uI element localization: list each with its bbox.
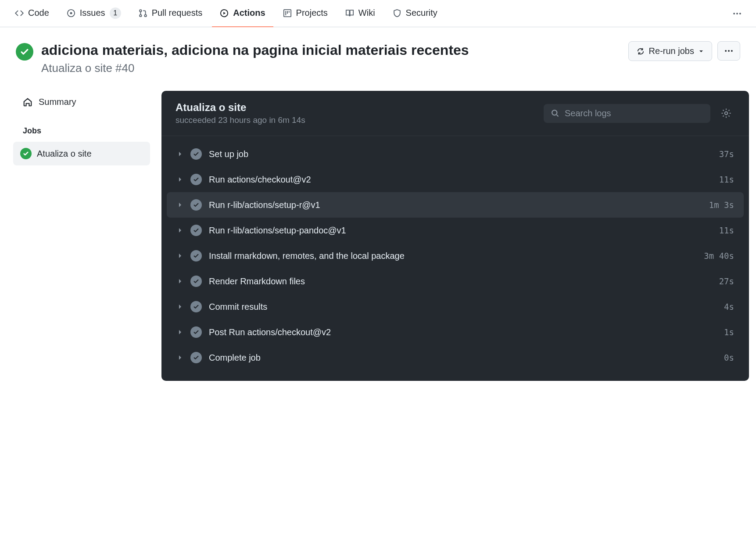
step-row[interactable]: Commit results4s bbox=[167, 294, 744, 319]
step-name: Render Rmarkdown files bbox=[209, 276, 712, 287]
chevron-right-icon bbox=[176, 227, 183, 234]
step-name: Set up job bbox=[209, 149, 712, 159]
step-duration: 1m 3s bbox=[709, 200, 734, 210]
sidebar-job-item[interactable]: Atualiza o site bbox=[13, 142, 150, 165]
svg-point-14 bbox=[725, 112, 728, 115]
step-duration: 37s bbox=[719, 149, 734, 159]
svg-point-9 bbox=[739, 13, 741, 14]
step-duration: 11s bbox=[719, 226, 734, 235]
step-name: Run r-lib/actions/setup-r@v1 bbox=[209, 200, 702, 210]
chevron-right-icon bbox=[176, 176, 183, 183]
step-duration: 3m 40s bbox=[704, 251, 734, 261]
code-icon bbox=[15, 9, 24, 18]
run-kebab-button[interactable] bbox=[717, 41, 740, 61]
step-duration: 0s bbox=[724, 353, 734, 362]
sync-icon bbox=[637, 47, 645, 55]
workflow-name-link[interactable]: Atualiza o site bbox=[41, 61, 112, 75]
pull-request-icon bbox=[139, 9, 147, 18]
sidebar-summary-label: Summary bbox=[39, 97, 76, 107]
check-icon bbox=[190, 174, 202, 185]
run-subtitle: Atualiza o site #40 bbox=[41, 61, 620, 75]
tab-issues[interactable]: Issues 1 bbox=[59, 0, 129, 27]
check-icon bbox=[190, 148, 202, 160]
tab-label: Wiki bbox=[358, 8, 375, 18]
job-panel-header: Atualiza o site succeeded 23 hours ago i… bbox=[161, 91, 749, 136]
step-duration: 27s bbox=[719, 276, 734, 286]
chevron-right-icon bbox=[176, 278, 183, 285]
step-row[interactable]: Set up job37s bbox=[167, 141, 744, 167]
tab-wiki[interactable]: Wiki bbox=[337, 0, 383, 27]
run-sidebar: Summary Jobs Atualiza o site bbox=[7, 91, 147, 381]
svg-point-11 bbox=[728, 50, 730, 52]
check-icon bbox=[190, 326, 202, 338]
step-name: Commit results bbox=[209, 302, 717, 312]
search-icon bbox=[551, 109, 559, 118]
check-icon bbox=[190, 199, 202, 211]
shield-icon bbox=[393, 9, 401, 18]
rerun-label: Re-run jobs bbox=[649, 46, 694, 56]
rerun-jobs-button[interactable]: Re-run jobs bbox=[628, 41, 712, 61]
check-icon bbox=[190, 225, 202, 236]
play-icon bbox=[220, 9, 229, 18]
tab-label: Issues bbox=[80, 8, 105, 18]
step-duration: 11s bbox=[719, 175, 734, 184]
job-title: Atualiza o site bbox=[176, 101, 537, 114]
svg-point-13 bbox=[552, 110, 557, 115]
caret-down-icon bbox=[699, 49, 704, 54]
svg-point-8 bbox=[736, 13, 738, 14]
tab-actions[interactable]: Actions bbox=[212, 0, 273, 27]
tab-label: Security bbox=[406, 8, 437, 18]
tab-label: Projects bbox=[296, 8, 328, 18]
run-header: adiciona materiais, adiciona na pagina i… bbox=[0, 27, 756, 79]
step-row[interactable]: Install rmarkdown, remotes, and the loca… bbox=[167, 243, 744, 269]
sidebar-jobs-heading: Jobs bbox=[16, 113, 147, 142]
repo-tabs: Code Issues 1 Pull requests Actions Proj… bbox=[0, 0, 756, 27]
step-duration: 4s bbox=[724, 302, 734, 312]
issue-icon bbox=[67, 9, 75, 18]
sidebar-job-label: Atualiza o site bbox=[37, 149, 92, 159]
check-icon bbox=[190, 276, 202, 287]
home-icon bbox=[23, 97, 32, 107]
tab-projects[interactable]: Projects bbox=[275, 0, 336, 27]
step-row[interactable]: Run r-lib/actions/setup-pandoc@v111s bbox=[167, 218, 744, 243]
check-icon bbox=[190, 352, 202, 363]
issues-count: 1 bbox=[110, 7, 121, 19]
check-icon bbox=[20, 148, 32, 159]
run-title: adiciona materiais, adiciona na pagina i… bbox=[41, 41, 620, 59]
sidebar-summary-link[interactable]: Summary bbox=[16, 91, 147, 113]
job-status-line: succeeded 23 hours ago in 6m 14s bbox=[176, 115, 537, 125]
step-name: Install rmarkdown, remotes, and the loca… bbox=[209, 251, 697, 261]
step-name: Run actions/checkout@v2 bbox=[209, 175, 712, 185]
chevron-right-icon bbox=[176, 303, 183, 310]
chevron-right-icon bbox=[176, 150, 183, 158]
tab-security[interactable]: Security bbox=[385, 0, 445, 27]
tab-pulls[interactable]: Pull requests bbox=[131, 0, 211, 27]
step-name: Run r-lib/actions/setup-pandoc@v1 bbox=[209, 226, 712, 236]
log-settings-button[interactable] bbox=[717, 104, 735, 122]
tab-code[interactable]: Code bbox=[7, 0, 57, 27]
job-log-panel: Atualiza o site succeeded 23 hours ago i… bbox=[161, 91, 749, 381]
check-icon bbox=[190, 250, 202, 261]
step-duration: 1s bbox=[724, 327, 734, 337]
svg-point-10 bbox=[725, 50, 727, 52]
step-row[interactable]: Run actions/checkout@v211s bbox=[167, 167, 744, 192]
search-logs-box[interactable] bbox=[544, 104, 710, 123]
nav-overflow-button[interactable] bbox=[725, 5, 749, 22]
step-name: Post Run actions/checkout@v2 bbox=[209, 327, 717, 337]
tab-label: Code bbox=[28, 8, 49, 18]
chevron-right-icon bbox=[176, 201, 183, 208]
svg-point-2 bbox=[140, 10, 142, 12]
search-logs-input[interactable] bbox=[565, 108, 703, 118]
step-row[interactable]: Render Rmarkdown files27s bbox=[167, 269, 744, 294]
steps-list: Set up job37sRun actions/checkout@v211sR… bbox=[161, 136, 749, 381]
chevron-right-icon bbox=[176, 252, 183, 259]
step-row[interactable]: Complete job0s bbox=[167, 345, 744, 370]
project-icon bbox=[283, 9, 292, 18]
svg-point-12 bbox=[731, 50, 733, 52]
tab-label: Pull requests bbox=[152, 8, 203, 18]
step-row[interactable]: Run r-lib/actions/setup-r@v11m 3s bbox=[167, 192, 744, 218]
step-name: Complete job bbox=[209, 353, 717, 363]
run-status-icon bbox=[16, 43, 33, 61]
step-row[interactable]: Post Run actions/checkout@v21s bbox=[167, 319, 744, 345]
svg-point-3 bbox=[140, 14, 142, 17]
